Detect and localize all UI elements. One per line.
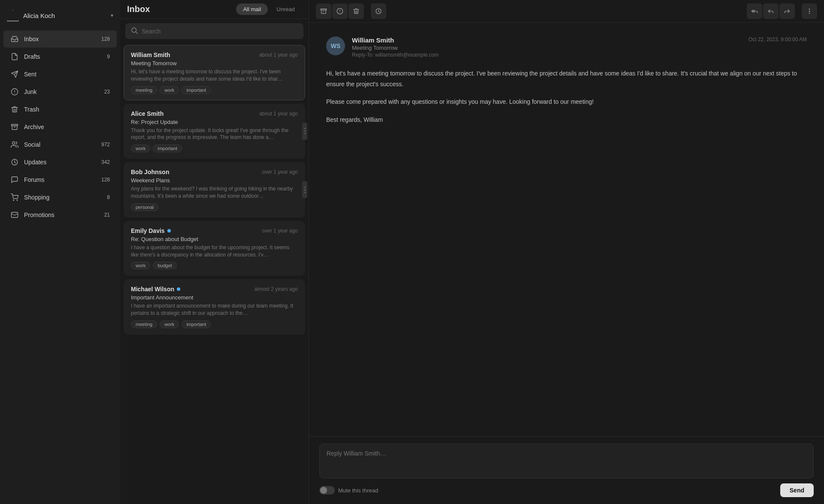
email-tag: budget: [153, 262, 177, 269]
sidebar-badge-forums: 128: [101, 177, 110, 183]
email-tag: work: [131, 145, 150, 152]
email-list-panel: Inbox All mailUnread William Smith about…: [120, 0, 309, 504]
sidebar-label-junk: Junk: [24, 88, 104, 95]
sidebar-item-forums[interactable]: Forums 128: [3, 171, 117, 188]
forums-icon: [10, 175, 19, 184]
reply-textarea[interactable]: [327, 450, 806, 471]
email-tag: important: [153, 145, 182, 152]
sidebar-badge-updates: 342: [101, 159, 110, 165]
tab-unread[interactable]: Unread: [270, 3, 302, 15]
tab-buttons: All mailUnread: [236, 3, 302, 15]
email-view-body: WS William Smith Meeting Tomorrow Reply-…: [309, 23, 824, 436]
email-sender-name: Emily Davis: [131, 227, 171, 234]
email-meta: WS William Smith Meeting Tomorrow Reply-…: [326, 36, 807, 58]
sidebar-item-trash[interactable]: Trash: [3, 101, 117, 118]
email-time: almost 2 years ago: [254, 286, 298, 292]
mute-label: Mute this thread: [338, 487, 378, 494]
sidebar-item-inbox[interactable]: Inbox 128: [3, 30, 117, 48]
email-sender-name: William Smith: [131, 51, 170, 58]
email-tags: workimportant: [131, 145, 298, 152]
email-preview: Thank you for the project update. It loo…: [131, 127, 298, 142]
email-tag: work: [160, 86, 179, 94]
svg-point-7: [12, 142, 15, 144]
email-sender-name: Bob Johnson: [131, 169, 169, 175]
sidebar-label-promotions: Promotions: [24, 211, 104, 218]
sidebar-item-updates[interactable]: Updates 342: [3, 154, 117, 171]
email-time: over 1 year ago: [262, 169, 298, 175]
email-tag: meeting: [131, 320, 157, 328]
user-account-button[interactable]: Alicia Koch ▾: [0, 4, 120, 27]
email-card[interactable]: Emily Davis over 1 year ago Re: Question…: [124, 221, 305, 276]
delete-button[interactable]: [348, 3, 364, 19]
resize-handle[interactable]: [302, 181, 307, 198]
toggle-knob: [320, 487, 327, 494]
email-body: Hi, let's have a meeting tomorrow to dis…: [326, 68, 807, 125]
sidebar-item-shopping[interactable]: Shopping 8: [3, 189, 117, 206]
email-tags: personal: [131, 203, 298, 211]
email-body-paragraph: Hi, let's have a meeting tomorrow to dis…: [326, 68, 807, 90]
sidebar-badge-promotions: 21: [104, 212, 110, 218]
sidebar-item-archive[interactable]: Archive: [3, 118, 117, 136]
sidebar-item-drafts[interactable]: Drafts 9: [3, 48, 117, 65]
search-bar: [125, 23, 303, 39]
email-preview: I have a question about the budget for t…: [131, 244, 298, 259]
snooze-button[interactable]: [371, 3, 386, 19]
email-subject-display: Meeting Tomorrow: [352, 45, 748, 51]
email-tag: work: [160, 320, 179, 328]
sidebar-badge-social: 972: [101, 142, 110, 148]
email-tag: personal: [131, 203, 158, 211]
email-body-paragraph: Please come prepared with any questions …: [326, 97, 807, 107]
mute-toggle-wrap: Mute this thread: [319, 486, 378, 495]
email-card[interactable]: Michael Wilson almost 2 years ago Import…: [124, 279, 305, 335]
sidebar-item-promotions[interactable]: Promotions 21: [3, 206, 117, 223]
reply-button[interactable]: [763, 3, 779, 19]
sidebar-item-social[interactable]: Social 972: [3, 136, 117, 153]
spam-button[interactable]: [332, 3, 348, 19]
sender-name: William Smith: [352, 36, 748, 44]
search-icon: [130, 27, 138, 36]
sidebar-badge-shopping: 8: [107, 194, 110, 200]
email-list-header: Inbox All mailUnread: [120, 0, 309, 19]
search-input[interactable]: [142, 28, 298, 35]
resize-handle[interactable]: [302, 123, 307, 140]
email-preview: Any plans for the weekend? I was thinkin…: [131, 185, 298, 200]
svg-point-22: [809, 13, 809, 13]
archive-button[interactable]: [316, 3, 331, 19]
email-tags: workbudget: [131, 262, 298, 269]
forward-button[interactable]: [779, 3, 795, 19]
email-card-header: Emily Davis over 1 year ago: [131, 227, 298, 234]
reply-all-button[interactable]: [747, 3, 762, 19]
email-body-paragraph: Best regards, William: [326, 115, 807, 125]
svg-point-21: [809, 11, 809, 11]
sidebar-label-drafts: Drafts: [24, 53, 107, 60]
inbox-title: Inbox: [127, 4, 150, 14]
email-card[interactable]: William Smith about 1 year ago Meeting T…: [124, 45, 305, 100]
tab-all-mail[interactable]: All mail: [236, 3, 268, 15]
sidebar-item-junk[interactable]: Junk 23: [3, 83, 117, 100]
chevron-down-icon: ▾: [111, 12, 113, 18]
sidebar-label-social: Social: [24, 141, 101, 148]
reply-footer: Mute this thread Send: [319, 483, 814, 497]
drafts-icon: [10, 52, 19, 61]
email-tags: meetingworkimportant: [131, 86, 298, 94]
sidebar-label-archive: Archive: [24, 124, 110, 130]
shopping-icon: [10, 193, 19, 202]
sidebar-item-sent[interactable]: Sent: [3, 66, 117, 83]
email-replyto: Reply-To: williamsmith@example.com: [352, 52, 748, 58]
email-card[interactable]: Alice Smith about 1 year ago Re: Project…: [124, 104, 305, 159]
mute-toggle[interactable]: [319, 486, 335, 495]
sidebar: Alicia Koch ▾ Inbox 128 Drafts 9 Sent Ju…: [0, 0, 120, 504]
sidebar-badge-drafts: 9: [107, 54, 110, 60]
email-subject: Re: Question about Budget: [131, 236, 298, 242]
updates-icon: [10, 158, 19, 166]
email-view-toolbar: [309, 0, 824, 23]
sidebar-badge-inbox: 128: [101, 36, 110, 42]
email-card[interactable]: Bob Johnson over 1 year ago Weekend Plan…: [124, 162, 305, 217]
email-time: about 1 year ago: [259, 52, 298, 58]
svg-rect-14: [321, 9, 326, 10]
reply-box: [319, 444, 814, 478]
email-time: over 1 year ago: [262, 228, 298, 234]
send-button[interactable]: Send: [780, 483, 814, 497]
sidebar-badge-junk: 23: [104, 89, 110, 95]
more-options-button[interactable]: [802, 3, 817, 19]
